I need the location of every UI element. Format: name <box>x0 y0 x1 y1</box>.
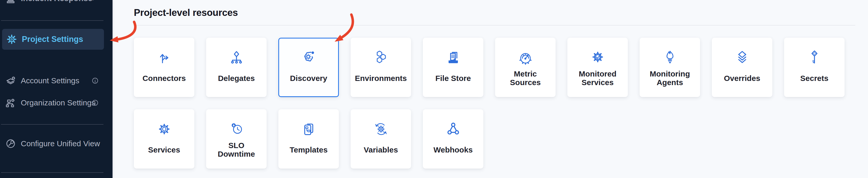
resource-card-label: Discovery <box>290 74 327 83</box>
sidebar-item-project-settings[interactable]: Project Settings <box>2 29 104 50</box>
resource-card-label: SLO Downtime <box>218 141 255 158</box>
sidebar-item-label: Incident Response <box>21 0 93 3</box>
discovery-icon <box>301 48 317 67</box>
key-icon <box>806 48 823 67</box>
sidebar-item-incident-response[interactable]: Incident Response <box>0 0 113 4</box>
clock-downtime-icon <box>228 120 245 139</box>
variables-cycle-gear-icon <box>373 120 389 139</box>
resource-card-monitoring-agents[interactable]: Monitoring Agents <box>640 38 700 97</box>
page-title: Project-level resources <box>134 7 238 19</box>
resource-card-delegates[interactable]: Delegates <box>206 38 267 97</box>
resource-card-label: Metric Sources <box>510 69 540 87</box>
sidebar-item-label: Organization Settings <box>21 98 95 107</box>
project-resources-page: Incident Response Project Settings <box>0 0 868 178</box>
sidebar-item-label: Project Settings <box>22 35 83 44</box>
wrench-circle-icon <box>6 139 16 149</box>
sidebar-divider <box>1 172 103 173</box>
delegates-icon <box>228 48 245 67</box>
resource-card-secrets[interactable]: Secrets <box>784 38 845 97</box>
sidebar-item-label: Configure Unified View <box>21 139 100 148</box>
resource-card-templates[interactable]: Templates <box>278 109 339 169</box>
sidebar: Incident Response Project Settings <box>0 0 113 178</box>
monitored-services-icon <box>590 48 606 67</box>
resource-card-webhooks[interactable]: Webhooks <box>423 109 484 169</box>
templates-icon <box>301 120 317 139</box>
resource-card-services[interactable]: Services <box>134 109 194 169</box>
flame-icon <box>662 48 678 67</box>
sidebar-item-label: Account Settings <box>21 76 79 85</box>
resource-card-label: Services <box>148 146 180 154</box>
file-store-icon <box>445 48 461 67</box>
info-icon[interactable] <box>91 99 99 107</box>
resource-card-discovery[interactable]: Discovery <box>278 38 339 97</box>
metric-sources-icon <box>518 48 533 67</box>
sidebar-divider <box>1 20 103 21</box>
siren-icon <box>6 0 16 3</box>
resource-card-label: Overrides <box>724 74 760 83</box>
resource-card-label: Templates <box>289 146 328 154</box>
sidebar-divider <box>1 124 103 125</box>
chevron-right-icon <box>91 0 97 2</box>
info-icon[interactable] <box>91 77 99 84</box>
resource-card-label: Secrets <box>800 74 828 83</box>
resource-card-label: Webhooks <box>433 146 473 154</box>
resource-card-label: Delegates <box>218 74 255 83</box>
resource-card-connectors[interactable]: Connectors <box>134 38 194 97</box>
environments-icon <box>373 48 389 67</box>
resource-card-monitored-services[interactable]: Monitored Services <box>567 38 628 97</box>
webhook-icon <box>445 120 461 139</box>
resource-card-label: Monitoring Agents <box>650 69 690 87</box>
sidebar-item-organization-settings[interactable]: Organization Settings <box>0 95 113 110</box>
resource-card-variables[interactable]: Variables <box>350 109 411 169</box>
connectors-icon <box>156 48 172 67</box>
arrow-to-discovery-card <box>340 14 353 38</box>
layers-stack-icon <box>734 48 750 67</box>
resource-card-metric-sources[interactable]: Metric Sources <box>495 38 556 97</box>
resource-card-label: Monitored Services <box>579 69 616 87</box>
resource-card-label: Environments <box>355 74 407 83</box>
services-gear-icon <box>156 120 172 139</box>
resource-card-grid: Connectors Delegates Disc <box>134 38 845 169</box>
layers-gear-icon <box>6 76 16 86</box>
resource-card-slo-downtime[interactable]: SLO Downtime <box>206 109 267 169</box>
resource-card-overrides[interactable]: Overrides <box>712 38 772 97</box>
resource-card-environments[interactable]: Environments <box>350 38 411 97</box>
title-divider <box>134 25 855 26</box>
arrow-to-project-settings <box>117 22 135 39</box>
resource-card-label: File Store <box>435 74 471 83</box>
sidebar-item-configure-unified-view[interactable]: Configure Unified View <box>0 136 113 151</box>
resource-card-label: Connectors <box>143 74 186 83</box>
gear-icon <box>6 34 17 45</box>
resource-card-file-store[interactable]: File Store <box>423 38 484 97</box>
resource-card-label: Variables <box>364 146 398 154</box>
sidebar-item-account-settings[interactable]: Account Settings <box>0 73 113 88</box>
org-chart-gear-icon <box>6 98 16 108</box>
